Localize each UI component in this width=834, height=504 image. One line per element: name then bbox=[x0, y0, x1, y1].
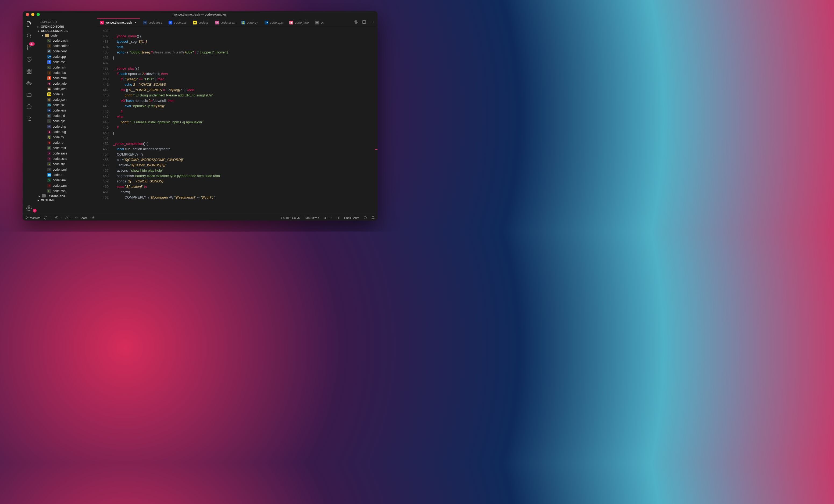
file-item[interactable]: Pcode.php bbox=[36, 124, 97, 129]
editor-tab[interactable]: #code.css bbox=[166, 18, 190, 27]
file-item[interactable]: #code.scss bbox=[36, 156, 97, 161]
debug-icon[interactable] bbox=[26, 56, 32, 63]
editor-tab[interactable]: #code.less bbox=[140, 18, 166, 27]
editor[interactable]: 4314324334344354364374384394404414424434… bbox=[97, 27, 377, 215]
sidebar: EXPLORER OPEN EDITORS CODE-EXAMPLES code… bbox=[36, 18, 97, 215]
tab-label: code.scss bbox=[220, 21, 235, 24]
split-editor-icon[interactable] bbox=[362, 20, 366, 25]
file-item[interactable]: Tcode.toml bbox=[36, 167, 97, 172]
more-icon[interactable] bbox=[370, 20, 374, 25]
tab-label: code.py bbox=[247, 21, 258, 24]
file-name: code.rest bbox=[53, 146, 66, 150]
svg-rect-8 bbox=[29, 72, 31, 73]
minimap-scrollbar[interactable] bbox=[375, 27, 377, 215]
close-tab-icon[interactable]: × bbox=[134, 20, 137, 25]
file-item[interactable]: ◆code.rb bbox=[36, 140, 97, 145]
folder-icon[interactable] bbox=[26, 92, 32, 98]
code-content[interactable]: __yonce_name() { typeset _seg=${1:-} shi… bbox=[113, 27, 377, 215]
file-item[interactable]: Scode.sass bbox=[36, 151, 97, 156]
file-item[interactable]: Rcode.rest bbox=[36, 145, 97, 151]
file-item[interactable]: JScode.jsx bbox=[36, 102, 97, 108]
errors-status[interactable]: 0 bbox=[55, 216, 61, 220]
editor-tab[interactable]: #code.scss bbox=[212, 18, 238, 27]
editor-tab[interactable]: C+code.cpp bbox=[261, 18, 286, 27]
indent-status[interactable]: Tab Size: 4 bbox=[305, 216, 320, 220]
file-item[interactable]: ◆code.pug bbox=[36, 129, 97, 135]
file-type-icon: ◆ bbox=[47, 130, 51, 134]
file-item[interactable]: ~code.njk bbox=[36, 118, 97, 124]
file-type-icon: V bbox=[47, 178, 51, 182]
scm-badge: 30 bbox=[29, 42, 35, 46]
window-title: yonce.theme.bash — code-examples bbox=[23, 13, 377, 16]
file-item[interactable]: }code.hbs bbox=[36, 70, 97, 75]
docker-icon[interactable] bbox=[26, 80, 32, 86]
editor-tab[interactable]: >_yonce.theme.bash× bbox=[97, 18, 140, 27]
file-item[interactable]: >_code.bash bbox=[36, 38, 97, 43]
file-item[interactable]: Vcode.vue bbox=[36, 178, 97, 183]
history-icon[interactable] bbox=[26, 104, 32, 110]
file-item[interactable]: scode.styl bbox=[36, 161, 97, 167]
language-status[interactable]: Shell Script bbox=[344, 216, 359, 220]
cursor-position[interactable]: Ln 488, Col 32 bbox=[281, 216, 301, 220]
warnings-status[interactable]: 0 bbox=[65, 216, 71, 220]
share-status[interactable]: Share bbox=[75, 216, 87, 220]
file-item[interactable]: C+code.cpp bbox=[36, 54, 97, 60]
explorer-icon[interactable] bbox=[26, 21, 32, 27]
chevron-right-icon bbox=[37, 25, 40, 28]
file-item[interactable]: ☕code.java bbox=[36, 86, 97, 92]
file-name: code.js bbox=[53, 92, 63, 96]
status-bar: master* 0 0 Share Ln 488, Col 32 Tab Siz… bbox=[23, 215, 377, 221]
file-type-icon: Y bbox=[47, 184, 51, 187]
folder-row[interactable]: code bbox=[36, 33, 97, 38]
file-name: code.py bbox=[53, 135, 64, 139]
file-item[interactable]: ⚙code.conf bbox=[36, 49, 97, 54]
editor-tab[interactable]: JScode.js bbox=[190, 18, 212, 27]
file-list: >_code.bash●code.coffee⚙code.confC+code.… bbox=[36, 38, 97, 194]
outline-section[interactable]: OUTLINE bbox=[36, 198, 97, 202]
project-section[interactable]: CODE-EXAMPLES bbox=[36, 29, 97, 33]
file-item[interactable]: ●code.coffee bbox=[36, 43, 97, 49]
editor-tab[interactable]: 🐍code.py bbox=[238, 18, 261, 27]
tab-label: code.less bbox=[148, 21, 162, 24]
bolt-status[interactable] bbox=[91, 216, 95, 220]
settings-gear-icon[interactable]: 1 bbox=[26, 205, 32, 211]
extensions-icon[interactable] bbox=[26, 68, 32, 74]
extensions-folder[interactable]: extensions bbox=[36, 194, 97, 198]
editor-tab[interactable]: ◆code.jade bbox=[286, 18, 312, 27]
feedback-icon[interactable] bbox=[364, 216, 367, 220]
file-item[interactable]: #code.css bbox=[36, 60, 97, 65]
file-item[interactable]: ◆code.jade bbox=[36, 81, 97, 86]
file-item[interactable]: Ycode.yaml bbox=[36, 183, 97, 188]
titlebar[interactable]: yonce.theme.bash — code-examples bbox=[23, 11, 377, 18]
tab-label: code.jade bbox=[295, 21, 309, 24]
line-numbers: 4314324334344354364374384394404414424434… bbox=[97, 27, 113, 215]
sync-status[interactable] bbox=[44, 216, 47, 220]
file-name: code.html bbox=[53, 76, 67, 80]
file-item[interactable]: {}code.json bbox=[36, 97, 97, 102]
file-item[interactable]: 5code.html bbox=[36, 75, 97, 81]
file-item[interactable]: Mcode.md bbox=[36, 113, 97, 118]
file-type-icon: ☕ bbox=[47, 87, 51, 91]
compare-icon[interactable] bbox=[354, 20, 358, 25]
editor-tab[interactable]: ~co bbox=[312, 18, 327, 27]
file-type-icon: # bbox=[47, 109, 51, 112]
file-type-icon: JS bbox=[193, 21, 197, 24]
file-item[interactable]: >_code.fish bbox=[36, 65, 97, 70]
git-branch-status[interactable]: master* bbox=[25, 216, 40, 220]
file-type-icon: M bbox=[47, 114, 51, 118]
file-type-icon: T bbox=[47, 168, 51, 171]
file-item[interactable]: 🐍code.py bbox=[36, 135, 97, 140]
eol-status[interactable]: LF bbox=[336, 216, 340, 220]
file-item[interactable]: JScode.js bbox=[36, 92, 97, 97]
live-share-icon[interactable] bbox=[26, 115, 32, 122]
file-type-icon: # bbox=[169, 21, 172, 24]
file-item[interactable]: >_code.zsh bbox=[36, 188, 97, 194]
open-editors-section[interactable]: OPEN EDITORS bbox=[36, 24, 97, 29]
svg-point-10 bbox=[28, 207, 30, 209]
file-item[interactable]: TScode.ts bbox=[36, 172, 97, 178]
bell-icon[interactable] bbox=[371, 216, 375, 220]
tab-label: yonce.theme.bash bbox=[105, 21, 132, 24]
file-item[interactable]: #code.less bbox=[36, 108, 97, 113]
encoding-status[interactable]: UTF-8 bbox=[324, 216, 332, 220]
search-icon[interactable] bbox=[26, 32, 32, 39]
